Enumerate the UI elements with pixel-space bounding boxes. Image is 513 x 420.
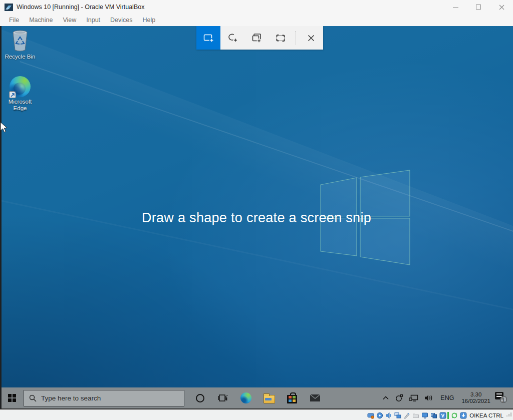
mouse-integration-icon[interactable]: [450, 411, 458, 419]
desktop-icon-label: Microsoft Edge: [2, 99, 39, 112]
task-view-icon: [217, 393, 228, 403]
maximize-button[interactable]: [467, 0, 490, 14]
minimize-button[interactable]: [444, 0, 467, 14]
titlebar: Windows 10 [Running] - Oracle VM Virtual…: [0, 0, 513, 14]
menu-machine[interactable]: Machine: [24, 15, 58, 25]
start-button[interactable]: [0, 387, 24, 408]
snip-close-button[interactable]: [299, 26, 323, 50]
cortana-icon: [196, 394, 204, 402]
virtualbox-app-icon: [5, 4, 13, 11]
search-input[interactable]: [41, 394, 166, 402]
network-icon: [409, 393, 419, 402]
menubar: File Machine View Input Devices Help: [0, 14, 513, 26]
taskbar-app-edge[interactable]: [234, 387, 258, 408]
window-snip-button[interactable]: [244, 26, 269, 50]
edge-icon: [10, 76, 31, 97]
shortcut-arrow-icon: [9, 91, 16, 98]
tray-show-hidden-icons[interactable]: [379, 387, 392, 408]
taskbar-app-cortana[interactable]: [188, 387, 211, 408]
speaker-icon: [424, 393, 434, 402]
chevron-up-icon: [382, 394, 390, 402]
ink-workspace-icon: [395, 393, 404, 402]
usb-icon[interactable]: [403, 411, 410, 419]
maximize-icon: [476, 5, 481, 10]
freeform-snip-button[interactable]: [220, 26, 244, 50]
desktop-icon-label: Recycle Bin: [5, 54, 36, 60]
file-explorer-icon: [264, 395, 275, 403]
tray-clock[interactable]: 3.30 16/02/2021: [458, 391, 494, 405]
audio-icon[interactable]: [385, 411, 392, 419]
taskbar-app-store[interactable]: [281, 387, 304, 408]
tray-network[interactable]: [406, 387, 421, 408]
host-key-label: OIKEA CTRL: [469, 412, 503, 418]
features-icon[interactable]: [439, 411, 446, 419]
menu-view[interactable]: View: [58, 15, 81, 25]
action-center-button[interactable]: 1: [494, 387, 509, 408]
vm-desktop[interactable]: Draw a shape to create a screen snip: [0, 26, 513, 409]
tray-time: 3.30: [461, 391, 490, 398]
system-tray: ENG 3.30 16/02/2021 1: [379, 387, 513, 408]
activity-indicator: [447, 412, 449, 419]
search-icon: [29, 394, 37, 402]
taskbar-app-file-explorer[interactable]: [258, 387, 281, 408]
network-adapters-icon[interactable]: [394, 411, 401, 419]
desktop-icon-microsoft-edge[interactable]: Microsoft Edge: [2, 76, 39, 112]
vbox-statusbar: OIKEA CTRL: [0, 410, 513, 420]
menu-file[interactable]: File: [4, 15, 24, 25]
snip-toolbar: [196, 26, 323, 50]
edge-icon: [240, 392, 251, 403]
virtualbox-window: Windows 10 [Running] - Oracle VM Virtual…: [0, 0, 513, 420]
toolbar-separator: [293, 26, 299, 50]
snip-instruction-text: Draw a shape to create a screen snip: [0, 210, 513, 226]
window-edge: [0, 26, 2, 409]
menu-help[interactable]: Help: [138, 15, 161, 25]
optical-drives-icon[interactable]: [376, 411, 383, 419]
shared-folders-icon[interactable]: [412, 411, 419, 419]
windows-logo-icon: [8, 394, 16, 402]
keyboard-capture-icon[interactable]: [459, 411, 467, 419]
menu-input[interactable]: Input: [81, 15, 105, 25]
hard-disks-icon[interactable]: [367, 411, 374, 419]
desktop-icon-recycle-bin[interactable]: Recycle Bin: [2, 29, 39, 60]
taskbar-app-mail[interactable]: [304, 387, 327, 408]
store-icon: [287, 395, 297, 403]
close-icon: [499, 5, 504, 10]
mail-icon: [309, 393, 321, 402]
notification-badge: 1: [500, 396, 507, 403]
recording-icon[interactable]: [430, 411, 437, 419]
taskbar-search[interactable]: [24, 390, 184, 406]
menu-devices[interactable]: Devices: [105, 15, 137, 25]
taskbar-app-task-view[interactable]: [211, 387, 234, 408]
tray-language[interactable]: ENG: [436, 387, 458, 408]
recycle-bin-icon: [10, 29, 30, 52]
resize-grip[interactable]: [506, 412, 511, 418]
tray-date: 16/02/2021: [461, 398, 490, 405]
close-icon: [305, 32, 317, 44]
tray-volume[interactable]: [421, 387, 436, 408]
tray-windows-ink[interactable]: [392, 387, 406, 408]
taskbar: ENG 3.30 16/02/2021 1: [0, 387, 513, 408]
display-icon[interactable]: [421, 411, 428, 419]
rectangular-snip-button[interactable]: [196, 26, 220, 50]
fullscreen-snip-button[interactable]: [269, 26, 293, 50]
window-title: Windows 10 [Running] - Oracle VM Virtual…: [17, 4, 144, 11]
close-button[interactable]: [490, 0, 513, 14]
mouse-cursor: [0, 122, 8, 134]
minimize-icon: [453, 7, 458, 8]
